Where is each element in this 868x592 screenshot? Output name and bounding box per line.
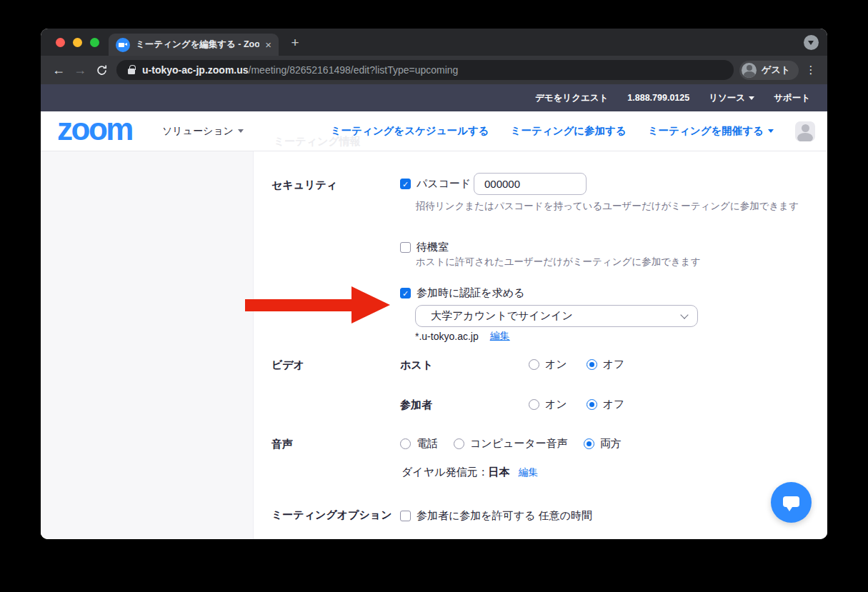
host-video-radios: オン オフ bbox=[529, 358, 624, 371]
radio-icon[interactable] bbox=[529, 399, 539, 410]
radio-icon[interactable] bbox=[400, 438, 411, 449]
browser-menu-icon[interactable]: ⋮ bbox=[802, 59, 820, 81]
host-video-on[interactable]: オン bbox=[529, 358, 567, 371]
forward-button: → bbox=[69, 59, 91, 81]
chat-bubble-icon bbox=[783, 496, 799, 507]
url-domain: u-tokyo-ac-jp.zoom.us bbox=[142, 64, 249, 76]
browser-window: ミーティングを編集する - Zoom × + ← → u-tokyo-ac-jp… bbox=[41, 29, 827, 539]
browser-profile-button[interactable]: ゲスト bbox=[739, 61, 799, 80]
page-content: セキュリティ ✓ パスコード 招待リンクまたはパスコードを持っているユーザーだけ… bbox=[41, 151, 827, 539]
radio-selected-icon[interactable] bbox=[587, 399, 597, 410]
participant-video-on[interactable]: オン bbox=[529, 398, 567, 411]
window-controls bbox=[56, 38, 99, 47]
dial-in-country: 日本 bbox=[488, 466, 509, 478]
browser-tab[interactable]: ミーティングを編集する - Zoom × bbox=[109, 34, 279, 56]
auth-checkbox[interactable]: ✓ bbox=[400, 288, 411, 298]
close-window-button[interactable] bbox=[56, 38, 65, 47]
waiting-room-help-text: ホストに許可されたユーザーだけがミーティングに参加できます bbox=[416, 256, 700, 269]
waiting-room-checkbox[interactable] bbox=[400, 242, 411, 253]
left-gutter bbox=[41, 151, 254, 539]
tab-close-icon[interactable]: × bbox=[265, 39, 271, 51]
radio-selected-icon[interactable] bbox=[584, 438, 594, 449]
site-header: ミーティング情報 zoom ソリューション ミーティングをスケジュールする ミー… bbox=[41, 111, 827, 151]
passcode-checkbox-row: ✓ パスコード bbox=[400, 177, 471, 191]
auth-method-value: 大学アカウントでサインイン bbox=[431, 309, 682, 323]
waiting-room-label: 待機室 bbox=[416, 241, 449, 254]
dial-in-edit-link[interactable]: 編集 bbox=[518, 466, 538, 479]
chevron-down-icon bbox=[749, 96, 754, 100]
reload-button[interactable] bbox=[91, 59, 112, 81]
join-meeting-link[interactable]: ミーティングに参加する bbox=[511, 124, 627, 138]
passcode-label: パスコード bbox=[416, 177, 471, 191]
audio-phone[interactable]: 電話 bbox=[400, 437, 438, 451]
new-tab-button[interactable]: + bbox=[286, 34, 304, 51]
zoom-logo[interactable]: zoom bbox=[57, 115, 132, 144]
participant-video-radios: オン オフ bbox=[529, 398, 624, 411]
tab-search-icon[interactable] bbox=[804, 35, 819, 50]
resources-menu[interactable]: リソース bbox=[709, 92, 754, 104]
host-meeting-menu[interactable]: ミーティングを開催する bbox=[648, 124, 774, 138]
audio-radios: 電話 コンピューター音声 両方 bbox=[400, 437, 622, 451]
radio-icon[interactable] bbox=[529, 359, 539, 370]
participant-label: 参加者 bbox=[400, 398, 432, 412]
site-top-nav: デモをリクエスト 1.888.799.0125 リソース サポート bbox=[41, 84, 827, 111]
audio-both[interactable]: 両方 bbox=[584, 437, 622, 451]
security-section-label: セキュリティ bbox=[271, 179, 337, 192]
auth-method-select[interactable]: 大学アカウントでサインイン bbox=[415, 305, 698, 327]
meeting-edit-form: セキュリティ ✓ パスコード 招待リンクまたはパスコードを持っているユーザーだけ… bbox=[254, 151, 827, 539]
passcode-checkbox[interactable]: ✓ bbox=[400, 179, 411, 189]
user-avatar[interactable] bbox=[795, 121, 815, 141]
phone-number[interactable]: 1.888.799.0125 bbox=[627, 93, 689, 103]
audio-computer[interactable]: コンピューター音声 bbox=[454, 437, 568, 451]
auth-domain-edit-link[interactable]: 編集 bbox=[490, 330, 510, 343]
dial-in-prefix: ダイヤル発信元： bbox=[401, 466, 488, 478]
allow-join-checkbox-row: 参加者に参加を許可する 任意の時間 bbox=[400, 509, 592, 523]
auth-domain-text: *.u-tokyo.ac.jp bbox=[415, 331, 479, 342]
auth-checkbox-row: ✓ 参加時に認証を求める bbox=[400, 286, 524, 300]
zoom-favicon-icon bbox=[116, 38, 130, 52]
host-label: ホスト bbox=[400, 358, 433, 372]
meeting-options-label: ミーティングオプション bbox=[271, 508, 392, 522]
participant-video-off[interactable]: オフ bbox=[587, 398, 625, 411]
audio-section-label: 音声 bbox=[271, 438, 293, 451]
back-button[interactable]: ← bbox=[48, 59, 69, 81]
solutions-menu[interactable]: ソリューション bbox=[162, 125, 244, 138]
scrolled-ghost-text: ミーティング情報 bbox=[274, 135, 361, 149]
url-path: /meeting/82652161498/edit?listType=upcom… bbox=[249, 64, 459, 76]
lock-icon bbox=[128, 69, 135, 74]
red-arrow-annotation bbox=[245, 299, 352, 311]
request-demo-link[interactable]: デモをリクエスト bbox=[535, 92, 608, 104]
allow-join-label: 参加者に参加を許可する 任意の時間 bbox=[416, 509, 592, 523]
profile-avatar-icon bbox=[742, 63, 757, 78]
profile-label: ゲスト bbox=[762, 64, 790, 76]
maximize-window-button[interactable] bbox=[90, 38, 99, 47]
tab-title: ミーティングを編集する - Zoom bbox=[136, 39, 259, 51]
auth-domain-row: *.u-tokyo.ac.jp 編集 bbox=[415, 330, 510, 343]
minimize-window-button[interactable] bbox=[73, 38, 82, 47]
radio-icon[interactable] bbox=[454, 438, 464, 449]
allow-join-checkbox[interactable] bbox=[400, 511, 411, 521]
passcode-input[interactable] bbox=[474, 173, 587, 195]
address-bar[interactable]: u-tokyo-ac-jp.zoom.us /meeting/826521614… bbox=[116, 60, 734, 80]
radio-selected-icon[interactable] bbox=[587, 359, 597, 370]
red-arrow-head bbox=[351, 286, 390, 323]
video-section-label: ビデオ bbox=[271, 358, 304, 372]
chevron-down-icon bbox=[680, 311, 688, 318]
chevron-down-icon bbox=[238, 129, 244, 133]
auth-label: 参加時に認証を求める bbox=[416, 286, 524, 300]
dial-in-row: ダイヤル発信元：日本 編集 bbox=[401, 466, 538, 479]
reload-icon bbox=[96, 64, 108, 76]
chevron-down-icon bbox=[768, 129, 774, 133]
host-video-off[interactable]: オフ bbox=[587, 358, 625, 371]
header-links: ミーティングをスケジュールする ミーティングに参加する ミーティングを開催する bbox=[331, 124, 774, 138]
waiting-room-checkbox-row: 待機室 bbox=[400, 241, 449, 254]
passcode-help-text: 招待リンクまたはパスコードを持っているユーザーだけがミーティングに参加できます bbox=[416, 200, 799, 213]
browser-toolbar: ← → u-tokyo-ac-jp.zoom.us /meeting/82652… bbox=[41, 56, 827, 84]
tab-strip: ミーティングを編集する - Zoom × + bbox=[41, 29, 827, 56]
support-link[interactable]: サポート bbox=[774, 92, 810, 104]
help-chat-button[interactable] bbox=[771, 482, 812, 523]
